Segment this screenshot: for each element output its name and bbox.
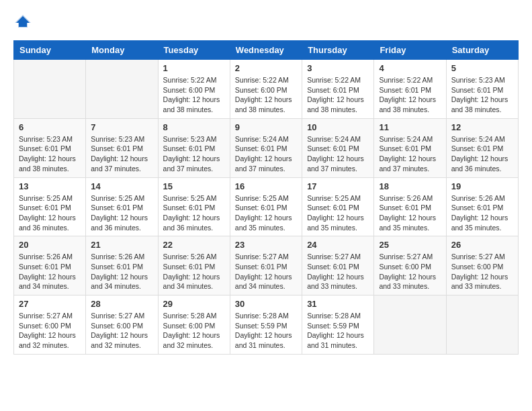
day-number: 16 [235, 181, 297, 191]
day-info: Sunrise: 5:28 AMSunset: 5:59 PMDaylight:… [307, 311, 369, 351]
calendar-cell: 12Sunrise: 5:24 AMSunset: 6:01 PMDayligh… [446, 118, 518, 177]
calendar-cell: 3Sunrise: 5:22 AMSunset: 6:01 PMDaylight… [302, 60, 374, 119]
calendar-cell: 4Sunrise: 5:22 AMSunset: 6:01 PMDaylight… [374, 60, 446, 119]
calendar-cell [374, 295, 446, 355]
day-info: Sunrise: 5:26 AMSunset: 6:01 PMDaylight:… [163, 252, 225, 291]
day-info: Sunrise: 5:27 AMSunset: 6:00 PMDaylight:… [19, 311, 81, 351]
calendar-cell [446, 295, 518, 355]
day-number: 12 [451, 122, 513, 132]
calendar-cell: 6Sunrise: 5:23 AMSunset: 6:01 PMDaylight… [14, 118, 86, 177]
day-info: Sunrise: 5:26 AMSunset: 6:01 PMDaylight:… [451, 193, 513, 233]
day-number: 9 [235, 122, 297, 132]
day-number: 15 [163, 181, 225, 191]
calendar-cell: 28Sunrise: 5:27 AMSunset: 6:00 PMDayligh… [86, 295, 158, 355]
weekday-header-friday: Friday [374, 41, 446, 60]
calendar-cell: 23Sunrise: 5:27 AMSunset: 6:01 PMDayligh… [230, 236, 302, 295]
calendar-cell: 30Sunrise: 5:28 AMSunset: 5:59 PMDayligh… [230, 295, 302, 355]
day-number: 25 [379, 240, 441, 250]
calendar-cell: 18Sunrise: 5:26 AMSunset: 6:01 PMDayligh… [374, 177, 446, 236]
day-number: 19 [451, 181, 513, 191]
calendar-cell: 9Sunrise: 5:24 AMSunset: 6:01 PMDaylight… [230, 118, 302, 177]
calendar-cell: 19Sunrise: 5:26 AMSunset: 6:01 PMDayligh… [446, 177, 518, 236]
weekday-header-row: SundayMondayTuesdayWednesdayThursdayFrid… [14, 41, 519, 60]
calendar-cell: 14Sunrise: 5:25 AMSunset: 6:01 PMDayligh… [86, 177, 158, 236]
day-info: Sunrise: 5:23 AMSunset: 6:01 PMDaylight:… [19, 134, 81, 174]
logo [13, 13, 32, 30]
calendar-week-row: 27Sunrise: 5:27 AMSunset: 6:00 PMDayligh… [14, 295, 519, 355]
day-info: Sunrise: 5:26 AMSunset: 6:01 PMDaylight:… [379, 193, 441, 233]
calendar-week-row: 13Sunrise: 5:25 AMSunset: 6:01 PMDayligh… [14, 177, 519, 236]
day-number: 3 [307, 63, 369, 73]
calendar-cell: 17Sunrise: 5:25 AMSunset: 6:01 PMDayligh… [302, 177, 374, 236]
calendar-week-row: 6Sunrise: 5:23 AMSunset: 6:01 PMDaylight… [14, 118, 519, 177]
calendar-cell: 10Sunrise: 5:24 AMSunset: 6:01 PMDayligh… [302, 118, 374, 177]
calendar-cell [14, 60, 86, 119]
weekday-header-saturday: Saturday [446, 41, 518, 60]
day-number: 13 [19, 181, 81, 191]
calendar-cell: 26Sunrise: 5:27 AMSunset: 6:00 PMDayligh… [446, 236, 518, 295]
weekday-header-tuesday: Tuesday [158, 41, 230, 60]
day-info: Sunrise: 5:24 AMSunset: 6:01 PMDaylight:… [235, 134, 297, 174]
calendar-cell: 24Sunrise: 5:27 AMSunset: 6:01 PMDayligh… [302, 236, 374, 295]
day-number: 7 [91, 122, 152, 132]
day-info: Sunrise: 5:24 AMSunset: 6:01 PMDaylight:… [307, 134, 369, 174]
day-info: Sunrise: 5:24 AMSunset: 6:01 PMDaylight:… [451, 134, 513, 174]
calendar-cell: 22Sunrise: 5:26 AMSunset: 6:01 PMDayligh… [158, 236, 230, 295]
calendar-cell: 29Sunrise: 5:28 AMSunset: 6:00 PMDayligh… [158, 295, 230, 355]
day-number: 6 [19, 122, 81, 132]
day-number: 4 [379, 63, 441, 73]
day-number: 18 [379, 181, 441, 191]
day-info: Sunrise: 5:27 AMSunset: 6:00 PMDaylight:… [379, 252, 441, 291]
day-info: Sunrise: 5:22 AMSunset: 6:00 PMDaylight:… [235, 75, 297, 115]
day-number: 1 [163, 63, 225, 73]
calendar-cell: 5Sunrise: 5:23 AMSunset: 6:01 PMDaylight… [446, 60, 518, 119]
day-info: Sunrise: 5:28 AMSunset: 5:59 PMDaylight:… [235, 311, 297, 351]
weekday-header-monday: Monday [86, 41, 158, 60]
day-number: 22 [163, 240, 225, 250]
day-number: 8 [163, 122, 225, 132]
day-info: Sunrise: 5:22 AMSunset: 6:01 PMDaylight:… [379, 75, 441, 115]
day-number: 17 [307, 181, 369, 191]
calendar-cell: 11Sunrise: 5:24 AMSunset: 6:01 PMDayligh… [374, 118, 446, 177]
day-info: Sunrise: 5:26 AMSunset: 6:01 PMDaylight:… [91, 252, 152, 291]
day-info: Sunrise: 5:23 AMSunset: 6:01 PMDaylight:… [451, 75, 513, 115]
day-number: 14 [91, 181, 152, 191]
weekday-header-thursday: Thursday [302, 41, 374, 60]
calendar-cell: 8Sunrise: 5:23 AMSunset: 6:01 PMDaylight… [158, 118, 230, 177]
day-number: 10 [307, 122, 369, 132]
day-info: Sunrise: 5:25 AMSunset: 6:01 PMDaylight:… [19, 193, 81, 233]
day-info: Sunrise: 5:25 AMSunset: 6:01 PMDaylight:… [307, 193, 369, 233]
day-info: Sunrise: 5:27 AMSunset: 6:00 PMDaylight:… [91, 311, 152, 351]
page-header [13, 13, 519, 30]
calendar-cell: 25Sunrise: 5:27 AMSunset: 6:00 PMDayligh… [374, 236, 446, 295]
calendar-week-row: 20Sunrise: 5:26 AMSunset: 6:01 PMDayligh… [14, 236, 519, 295]
logo-icon [15, 13, 31, 30]
calendar-cell [86, 60, 158, 119]
day-number: 2 [235, 63, 297, 73]
day-info: Sunrise: 5:22 AMSunset: 6:00 PMDaylight:… [163, 75, 225, 115]
day-number: 27 [19, 299, 81, 309]
calendar-cell: 27Sunrise: 5:27 AMSunset: 6:00 PMDayligh… [14, 295, 86, 355]
svg-marker-1 [15, 15, 31, 28]
calendar-table: SundayMondayTuesdayWednesdayThursdayFrid… [13, 40, 519, 355]
calendar-cell: 2Sunrise: 5:22 AMSunset: 6:00 PMDaylight… [230, 60, 302, 119]
weekday-header-wednesday: Wednesday [230, 41, 302, 60]
calendar-cell: 16Sunrise: 5:25 AMSunset: 6:01 PMDayligh… [230, 177, 302, 236]
day-info: Sunrise: 5:26 AMSunset: 6:01 PMDaylight:… [19, 252, 81, 291]
day-info: Sunrise: 5:23 AMSunset: 6:01 PMDaylight:… [91, 134, 152, 174]
day-info: Sunrise: 5:28 AMSunset: 6:00 PMDaylight:… [163, 311, 225, 351]
day-number: 11 [379, 122, 441, 132]
day-number: 30 [235, 299, 297, 309]
calendar-cell: 20Sunrise: 5:26 AMSunset: 6:01 PMDayligh… [14, 236, 86, 295]
day-info: Sunrise: 5:25 AMSunset: 6:01 PMDaylight:… [235, 193, 297, 233]
day-info: Sunrise: 5:25 AMSunset: 6:01 PMDaylight:… [91, 193, 152, 233]
day-info: Sunrise: 5:27 AMSunset: 6:00 PMDaylight:… [451, 252, 513, 291]
weekday-header-sunday: Sunday [14, 41, 86, 60]
day-number: 26 [451, 240, 513, 250]
day-number: 24 [307, 240, 369, 250]
calendar-cell: 13Sunrise: 5:25 AMSunset: 6:01 PMDayligh… [14, 177, 86, 236]
day-info: Sunrise: 5:24 AMSunset: 6:01 PMDaylight:… [379, 134, 441, 174]
day-info: Sunrise: 5:27 AMSunset: 6:01 PMDaylight:… [235, 252, 297, 291]
day-number: 29 [163, 299, 225, 309]
calendar-cell: 1Sunrise: 5:22 AMSunset: 6:00 PMDaylight… [158, 60, 230, 119]
